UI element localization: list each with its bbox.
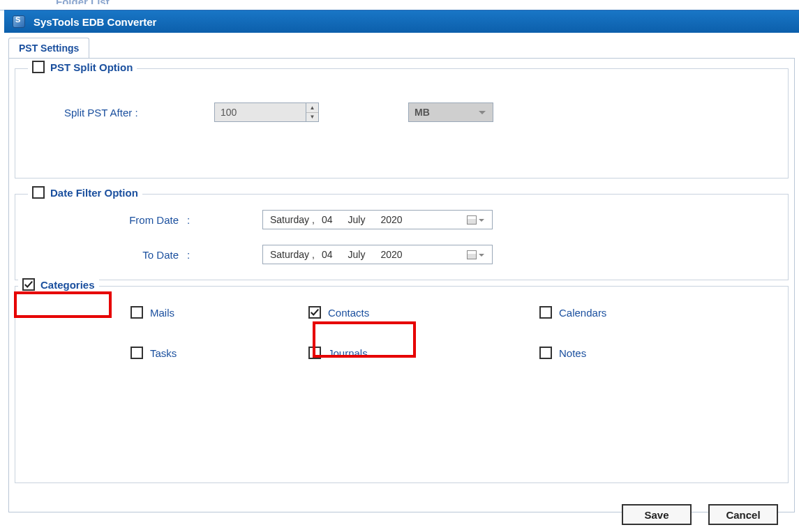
legend-pst-split-label: PST Split Option: [50, 61, 133, 73]
categories-grid: Mails Contacts Calendars Tasks: [130, 306, 774, 359]
category-mails-label: Mails: [150, 307, 174, 319]
tab-content: PST Split Option Split PST After : 100 ▲…: [8, 58, 795, 512]
cancel-button-label: Cancel: [726, 509, 760, 521]
from-date-label: From Date: [100, 214, 179, 226]
calendar-icon[interactable]: [467, 214, 486, 226]
checkbox-categories[interactable]: [22, 278, 35, 291]
legend-categories: Categories: [18, 278, 99, 291]
to-sep: ,: [312, 249, 315, 260]
category-contacts: Contacts: [308, 306, 514, 319]
legend-date-filter-label: Date Filter Option: [50, 187, 138, 199]
window-title: SysTools EDB Converter: [33, 16, 156, 28]
spinner-buttons: ▲ ▼: [306, 103, 318, 121]
button-bar: Save Cancel: [622, 504, 778, 525]
colon: :: [179, 214, 198, 226]
category-calendars-label: Calendars: [559, 307, 606, 319]
legend-pst-split: PST Split Option: [28, 61, 137, 73]
checkbox-mails[interactable]: [130, 306, 143, 319]
to-day: 04: [322, 249, 333, 260]
legend-categories-label: Categories: [40, 279, 95, 291]
to-date-picker[interactable]: Saturday , 04 July 2020: [262, 245, 493, 264]
to-year: 2020: [380, 249, 402, 260]
save-button-label: Save: [644, 509, 669, 521]
from-date-picker[interactable]: Saturday , 04 July 2020: [262, 210, 493, 229]
to-date-row: To Date : Saturday , 04 July 2020: [100, 245, 774, 264]
fieldset-pst-split: PST Split Option Split PST After : 100 ▲…: [15, 68, 789, 178]
category-notes: Notes: [539, 347, 692, 359]
checkbox-pst-split[interactable]: [32, 61, 45, 73]
category-tasks-label: Tasks: [150, 347, 177, 359]
checkbox-notes[interactable]: [539, 347, 552, 359]
category-journals: Journals: [308, 347, 514, 359]
to-weekday: Saturday: [270, 249, 309, 260]
titlebar: SysTools EDB Converter: [4, 10, 799, 33]
background-app-peek: Folder List: [0, 0, 799, 10]
checkbox-tasks[interactable]: [130, 347, 143, 359]
from-weekday: Saturday: [270, 214, 309, 225]
spinner-down-icon[interactable]: ▼: [306, 113, 318, 122]
category-notes-label: Notes: [559, 347, 586, 359]
split-after-label: Split PST After :: [64, 107, 214, 119]
split-row: Split PST After : 100 ▲ ▼ MB: [64, 102, 774, 122]
split-unit-value: MB: [415, 107, 430, 118]
checkbox-journals[interactable]: [308, 347, 321, 359]
fieldset-date-filter: Date Filter Option From Date : Saturday …: [15, 194, 789, 280]
fieldset-categories: Categories Mails Contacts Calendars: [15, 286, 789, 483]
dialog-window: SysTools EDB Converter PST Settings PST …: [4, 10, 799, 532]
category-calendars: Calendars: [539, 306, 692, 319]
from-month: July: [348, 214, 366, 225]
from-day: 04: [322, 214, 333, 225]
save-button[interactable]: Save: [622, 504, 692, 525]
category-mails: Mails: [130, 306, 308, 319]
cancel-button[interactable]: Cancel: [708, 504, 778, 525]
checkbox-date-filter[interactable]: [32, 186, 45, 199]
split-value-spinner[interactable]: 100 ▲ ▼: [214, 102, 319, 122]
split-value: 100: [215, 107, 306, 118]
tabs-region: PST Settings PST Split Option Split PST …: [4, 33, 799, 512]
from-year: 2020: [380, 214, 402, 225]
category-tasks: Tasks: [130, 347, 308, 359]
checkbox-contacts[interactable]: [308, 306, 321, 319]
calendar-icon[interactable]: [467, 249, 486, 261]
colon: :: [179, 249, 198, 261]
category-journals-label: Journals: [328, 347, 368, 359]
legend-date-filter: Date Filter Option: [28, 186, 142, 199]
from-sep: ,: [312, 214, 315, 225]
to-month: July: [348, 249, 366, 260]
checkbox-calendars[interactable]: [539, 306, 552, 319]
background-folder-list-label: Folder List: [0, 0, 799, 4]
tab-pst-settings[interactable]: PST Settings: [8, 38, 89, 59]
to-date-label: To Date: [100, 249, 179, 261]
app-icon: [13, 15, 25, 28]
split-unit-select[interactable]: MB: [408, 102, 493, 122]
from-date-row: From Date : Saturday , 04 July 2020: [100, 210, 774, 229]
spinner-up-icon[interactable]: ▲: [306, 103, 318, 113]
category-contacts-label: Contacts: [328, 307, 369, 319]
tab-label: PST Settings: [19, 43, 79, 54]
